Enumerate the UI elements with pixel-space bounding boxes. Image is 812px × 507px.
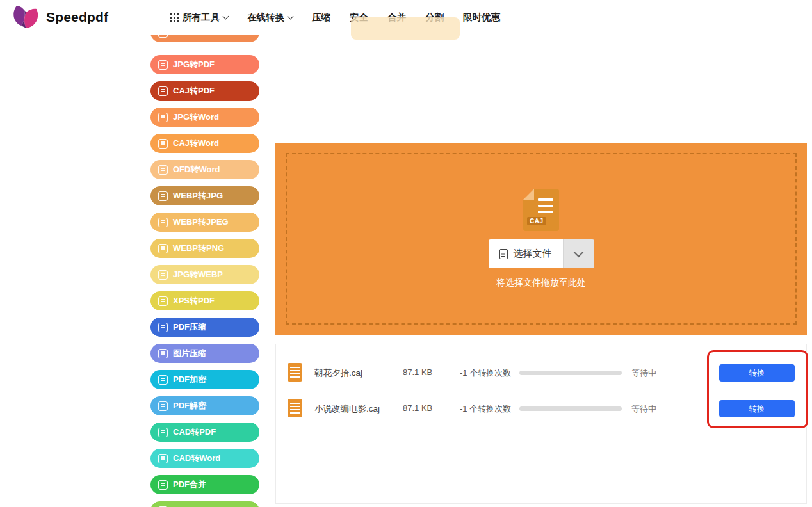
tool-label: WEBP转PNG [173,243,224,254]
file-name: 朝花夕拾.caj [314,367,362,379]
dropzone-dashed-area: CAJ 选择文件 将选择文件拖放至此处 [286,153,797,325]
chevron-down-icon [223,13,229,20]
tool-label: PDF合并 [173,479,206,490]
nav-merge[interactable]: 合并 [387,12,406,24]
grid-icon [170,13,179,22]
tool-label: CAD转Word [173,453,220,464]
image-file-icon [158,244,168,254]
sidebar-tool-partial-bottom[interactable] [150,501,259,507]
convert-button[interactable]: 转换 [719,400,795,417]
sidebar-tool-xps-to-pdf[interactable]: XPS转PDF [150,291,259,310]
doc-file-icon [158,139,168,149]
main-nav: 所有工具 在线转换 压缩 安全 合并 分割 限时优惠 [170,0,500,35]
file-name: 小说改编电影.caj [314,403,380,415]
conversion-count: -1 个转换次数 [460,403,511,415]
select-file-control: 选择文件 [489,239,594,268]
tool-label: WEBP转JPG [173,190,223,202]
file-size: 87.1 KB [403,367,432,377]
brand-logo[interactable]: Speedpdf [12,4,108,30]
tool-label: CAD转PDF [173,426,216,438]
sidebar-tool-webp-to-jpg[interactable]: WEBP转JPG [150,186,259,205]
image-file-icon [158,113,168,122]
lock-icon [158,375,168,385]
nav-compress[interactable]: 压缩 [312,12,330,24]
caj-badge: CAJ [527,217,546,225]
sidebar-tool-jpg-to-word[interactable]: JPG转Word [150,108,259,127]
nav-all-tools[interactable]: 所有工具 [170,12,228,24]
image-file-icon [158,191,168,201]
convert-button[interactable]: 转换 [719,364,795,382]
cad-file-icon [158,428,168,437]
select-file-label: 选择文件 [514,248,552,260]
sidebar-tool-webp-to-png[interactable]: WEBP转PNG [150,239,259,258]
speedpdf-logo-icon [12,4,40,30]
top-navbar: Speedpdf 所有工具 在线转换 压缩 安全 合并 分割 限时优惠 [0,0,812,35]
sidebar-tool-pdf-encrypt[interactable]: PDF加密 [150,370,259,389]
merge-icon [158,480,168,490]
nav-label: 在线转换 [247,12,284,24]
caj-file-icon: CAJ [523,189,559,231]
tool-label: PDF压缩 [173,321,206,333]
image-file-icon [158,60,168,70]
progress-bar [519,371,622,375]
sidebar-tool-pdf-decrypt[interactable]: PDF解密 [150,396,259,415]
file-dropzone[interactable]: CAJ 选择文件 将选择文件拖放至此处 [275,143,807,335]
nav-limited-offer[interactable]: 限时优惠 [463,12,500,24]
file-row: 朝花夕拾.caj 87.1 KB -1 个转换次数 等待中 转换 [276,355,806,390]
chevron-down-icon [574,248,584,258]
doc-file-icon [158,296,168,306]
file-size: 87.1 KB [403,403,432,413]
sidebar-tool-jpg-to-pdf[interactable]: JPG转PDF [150,55,259,74]
tool-label: CAJ转Word [173,138,219,149]
nav-split[interactable]: 分割 [425,12,444,24]
nav-label: 安全 [350,12,368,24]
tool-label: OFD转Word [173,164,220,175]
tool-label: JPG转Word [173,111,219,123]
sidebar-tool-caj-to-pdf[interactable]: CAJ转PDF [150,81,259,101]
tool-label: CAJ转PDF [173,85,215,97]
folded-corner [523,189,534,200]
progress-bar [519,406,622,411]
sidebar-tool-caj-to-word[interactable]: CAJ转Word [150,134,259,153]
image-file-icon [158,218,168,227]
sidebar-tool-pdf-merge[interactable]: PDF合并 [150,475,259,494]
nav-label: 限时优惠 [463,12,500,24]
compress-icon [158,349,168,358]
nav-security[interactable]: 安全 [350,12,368,24]
sidebar-tool-ofd-to-word[interactable]: OFD转Word [150,160,259,179]
doc-file-icon [158,165,168,175]
tool-label: 图片压缩 [173,348,206,359]
nav-label: 所有工具 [183,12,220,24]
caj-file-icon [288,399,302,417]
nav-label: 压缩 [312,12,330,24]
nav-label: 合并 [387,12,406,24]
sidebar-tool-webp-to-jpeg[interactable]: WEBP转JPEG [150,213,259,232]
tool-label: JPG转PDF [173,59,215,70]
brand-name: Speedpdf [46,10,108,25]
caj-file-icon [288,363,302,382]
tool-label: JPG转WEBP [173,269,223,280]
select-file-dropdown[interactable] [563,239,594,268]
drop-hint-text: 将选择文件拖放至此处 [496,277,586,289]
tool-label: WEBP转JPEG [173,216,229,228]
status-text: 等待中 [631,367,656,379]
sidebar-tool-image-compress[interactable]: 图片压缩 [150,344,259,363]
file-list-card: 朝花夕拾.caj 87.1 KB -1 个转换次数 等待中 转换 小说改编电影.… [275,344,807,504]
conversion-count: -1 个转换次数 [460,367,511,379]
cad-file-icon [158,454,168,463]
doc-lines [538,198,553,217]
tool-label: XPS转PDF [173,295,215,307]
status-text: 等待中 [631,403,656,415]
sidebar-tool-jpg-to-webp[interactable]: JPG转WEBP [150,265,259,284]
nav-label: 分割 [425,12,444,24]
compress-icon [158,323,168,332]
select-file-button[interactable]: 选择文件 [489,239,563,268]
document-icon [499,249,508,259]
sidebar-tool-pdf-compress[interactable]: PDF压缩 [150,318,259,337]
nav-online-convert[interactable]: 在线转换 [247,12,293,24]
chevron-down-icon [288,13,294,20]
sidebar-tool-cad-to-word[interactable]: CAD转Word [150,449,259,468]
sidebar-tool-cad-to-pdf[interactable]: CAD转PDF [150,422,259,442]
doc-file-icon [158,86,168,96]
tool-label: PDF解密 [173,400,206,412]
